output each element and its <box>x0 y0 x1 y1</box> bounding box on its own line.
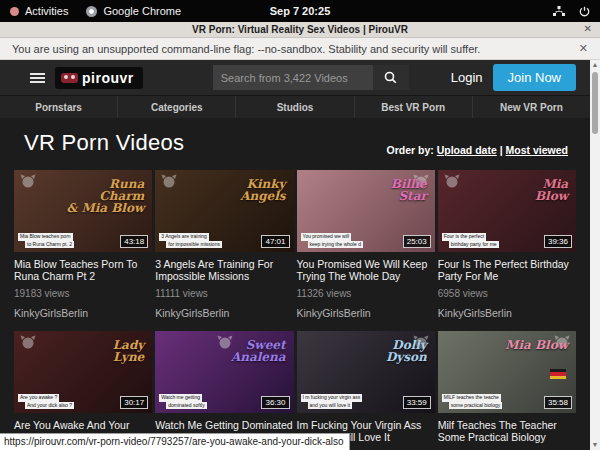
logo-text: pirouvr <box>82 70 134 86</box>
video-thumbnail[interactable]: Runa Charm & Mia Blow Mia Blow teaches p… <box>14 170 152 252</box>
thumbnail-caption: I m fucking your virgin assand you will … <box>301 394 363 409</box>
browser-tab-bar: VR Porn: Virtual Reality Sex Videos | Pi… <box>0 22 600 38</box>
video-title-link[interactable]: Four Is The Perfect Birthday Party For M… <box>438 258 576 283</box>
studio-link[interactable]: KinkyGirlsBerlin <box>438 307 576 319</box>
studio-link[interactable]: KinkyGirlsBerlin <box>14 307 152 319</box>
duration-badge: 35:58 <box>544 396 572 409</box>
thumbnail-caption: Watch me gettingdominated softly <box>159 394 206 409</box>
german-flag-icon <box>550 369 566 379</box>
thumbnail-caption: You promised we willkeep trying the whol… <box>301 233 363 248</box>
search-icon <box>384 71 397 84</box>
studio-watermark-icon <box>20 174 36 192</box>
search-bar <box>213 65 409 90</box>
duration-badge: 25:03 <box>403 235 431 248</box>
thumbnail-overlay-title: Kinky Angels <box>240 178 285 202</box>
order-most-viewed-link[interactable]: Most viewed <box>506 144 568 156</box>
duration-badge: 39:36 <box>544 235 572 248</box>
duration-badge: 43:18 <box>120 235 148 248</box>
thumbnail-overlay-title: Runa Charm & Mia Blow <box>66 178 144 214</box>
studio-watermark-icon <box>161 174 177 192</box>
system-bar: Activities Google Chrome Sep 7 20:25 <box>0 0 600 22</box>
vr-goggles-icon <box>61 73 78 83</box>
scrollbar-thumb[interactable] <box>592 72 598 134</box>
video-card[interactable]: Runa Charm & Mia Blow Mia Blow teaches p… <box>14 170 152 329</box>
thumbnail-caption: Mia Blow teaches pornto Runa Charm pt. 2 <box>18 233 74 248</box>
app-menu-button[interactable]: Google Chrome <box>86 5 181 17</box>
video-views: 6958 views <box>438 288 576 299</box>
thumbnail-overlay-title: Dolly Dyson <box>386 339 427 363</box>
nav-item-studios[interactable]: Studios <box>235 96 353 118</box>
menu-icon[interactable] <box>30 71 45 85</box>
warning-bar: You are using an unsupported command-lin… <box>0 38 600 60</box>
order-separator: | <box>497 144 506 156</box>
order-by-label: Order by: <box>387 144 434 156</box>
activities-label: Activities <box>25 5 68 17</box>
site-logo[interactable]: pirouvr <box>55 67 143 89</box>
video-card[interactable]: Kinky Angels 3 Angels are trainingfor im… <box>155 170 293 329</box>
video-card[interactable]: Mia Blow Four is the perfectbirthday par… <box>438 170 576 329</box>
duration-badge: 36:30 <box>261 396 289 409</box>
page-title: VR Porn Videos <box>24 130 184 156</box>
warning-text: You are using an unsupported command-lin… <box>12 43 480 55</box>
video-views: 11326 views <box>297 288 435 299</box>
nav-item-categories[interactable]: Categories <box>117 96 235 118</box>
search-button[interactable] <box>373 65 409 90</box>
tab-title: VR Porn: Virtual Reality Sex Videos | Pi… <box>192 24 408 35</box>
video-thumbnail[interactable]: Dolly Dyson I m fucking your virgin assa… <box>297 331 435 413</box>
video-grid: Runa Charm & Mia Blow Mia Blow teaches p… <box>14 170 576 450</box>
studio-link[interactable]: KinkyGirlsBerlin <box>297 307 435 319</box>
app-name-label: Google Chrome <box>103 5 181 17</box>
duration-badge: 30:17 <box>120 396 148 409</box>
warning-close-icon[interactable]: ✕ <box>579 42 588 55</box>
status-bar-url: https://pirouvr.com/vr-porn-video/779325… <box>0 433 350 450</box>
tab-close-icon[interactable]: ✕ <box>584 23 592 34</box>
thumbnail-caption: Four is the perfectbirthday party for me <box>442 233 499 248</box>
video-thumbnail[interactable]: Kinky Angels 3 Angels are trainingfor im… <box>155 170 293 252</box>
order-by: Order by: Upload date | Most viewed <box>387 144 569 156</box>
video-title-link[interactable]: Milf Teaches The Teacher Some Practical … <box>438 419 576 444</box>
duration-badge: 33:59 <box>403 396 431 409</box>
thumbnail-caption: MILF teaches the teachesome practical bi… <box>442 394 502 409</box>
studio-link[interactable]: KinkyGirlsBerlin <box>155 307 293 319</box>
page-scrollbar[interactable]: ▲ ▼ <box>590 60 600 450</box>
network-icon[interactable] <box>553 6 565 17</box>
distro-icon <box>10 7 19 16</box>
thumbnail-caption: Are you awake ?And your dick also ? <box>18 394 74 409</box>
search-input[interactable] <box>213 65 373 90</box>
nav-item-pornstars[interactable]: Pornstars <box>0 96 117 118</box>
video-thumbnail[interactable]: Mia Blow Four is the perfectbirthday par… <box>438 170 576 252</box>
thumbnail-overlay-title: Sweet Analena <box>231 339 286 363</box>
scroll-down-icon[interactable]: ▼ <box>590 440 600 450</box>
nav-item-best-vr-porn[interactable]: Best VR Porn <box>354 96 472 118</box>
thumbnail-caption: 3 Angels are trainingfor impossible miss… <box>159 233 222 248</box>
video-title-link[interactable]: Mia Blow Teaches Porn To Runa Charm Pt 2 <box>14 258 152 283</box>
video-card[interactable]: Mia Blow MILF teaches the teachesome pra… <box>438 331 576 450</box>
order-upload-date-link[interactable]: Upload date <box>437 144 497 156</box>
video-title-link[interactable]: 3 Angels Are Training For Impossible Mis… <box>155 258 293 283</box>
thumbnail-overlay-title: Mia Blow <box>535 178 568 202</box>
duration-badge: 47:01 <box>261 235 289 248</box>
video-thumbnail[interactable]: Mia Blow MILF teaches the teachesome pra… <box>438 331 576 413</box>
video-thumbnail[interactable]: Lady Lyne Are you awake ?And your dick a… <box>14 331 152 413</box>
activities-button[interactable]: Activities <box>10 5 68 17</box>
login-link[interactable]: Login <box>451 70 483 85</box>
video-thumbnail[interactable]: Sweet Analena Watch me gettingdominated … <box>155 331 293 413</box>
video-views: 11111 views <box>155 288 293 299</box>
join-now-button[interactable]: Join Now <box>493 64 576 91</box>
browser-viewport: pirouvr Login Join Now Pornstars Categor… <box>0 60 600 450</box>
studio-watermark-icon <box>20 335 36 353</box>
video-title-link[interactable]: You Promised We Will Keep Trying The Who… <box>297 258 435 283</box>
thumbnail-overlay-title: Billie Star <box>391 178 427 202</box>
main-nav: Pornstars Categories Studios Best VR Por… <box>0 95 590 118</box>
video-thumbnail[interactable]: Billie Star You promised we willkeep try… <box>297 170 435 252</box>
thumbnail-overlay-title: Mia Blow <box>505 339 568 351</box>
thumbnail-overlay-title: Lady Lyne <box>113 339 145 363</box>
nav-item-new-vr-porn[interactable]: New VR Porn <box>472 96 590 118</box>
site-header: pirouvr Login Join Now <box>0 60 590 95</box>
video-views: 19183 views <box>14 288 152 299</box>
main-content: VR Porn Videos Order by: Upload date | M… <box>0 130 590 450</box>
power-icon[interactable] <box>579 6 590 17</box>
video-card[interactable]: Billie Star You promised we willkeep try… <box>297 170 435 329</box>
scroll-up-icon[interactable]: ▲ <box>590 60 600 70</box>
chrome-icon <box>86 6 97 17</box>
